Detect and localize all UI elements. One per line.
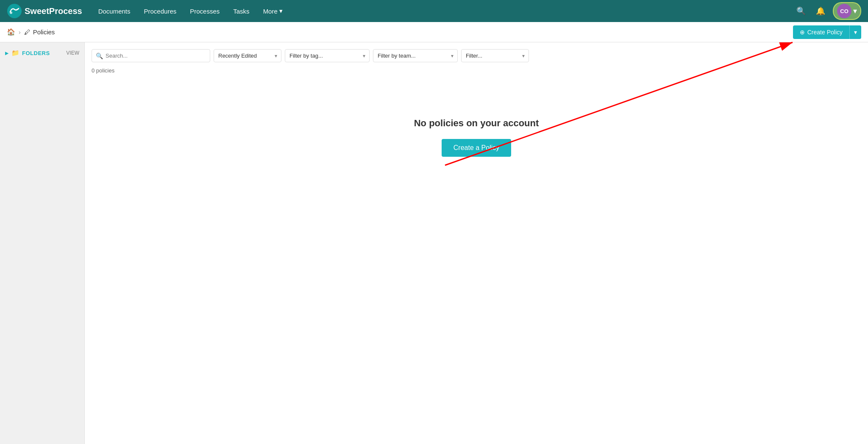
breadcrumb-current-page: 🖊 Policies	[24, 28, 55, 36]
folder-icon: 📁	[11, 49, 20, 57]
tag-filter-wrapper: Filter by tag...	[285, 49, 370, 62]
sidebar: ▶ 📁 FOLDERS VIEW	[0, 42, 85, 444]
user-dropdown-chevron: ▾	[853, 6, 857, 16]
team-filter-wrapper: Filter by team...	[373, 49, 458, 62]
nav-more[interactable]: More ▾	[257, 4, 289, 18]
notifications-button[interactable]: 🔔	[813, 4, 828, 18]
filter-bar: 🔍 Recently EditedAlphabeticalOldest Firs…	[92, 49, 861, 62]
create-policy-button[interactable]: ⊕ Create Policy	[793, 25, 849, 39]
brand-logo-area[interactable]: SweetProcess	[7, 3, 82, 19]
search-nav-button[interactable]: 🔍	[794, 4, 808, 18]
nav-processes[interactable]: Processes	[184, 4, 225, 18]
tag-filter-select[interactable]: Filter by tag...	[285, 49, 370, 62]
nav-right-area: 🔍 🔔 CO ▾	[794, 2, 861, 20]
nav-documents[interactable]: Documents	[92, 4, 136, 18]
nav-tasks[interactable]: Tasks	[227, 4, 255, 18]
home-icon[interactable]: 🏠	[7, 28, 15, 36]
breadcrumb: 🏠 › 🖊 Policies	[7, 28, 55, 36]
search-icon: 🔍	[796, 6, 806, 16]
folders-label: FOLDERS	[22, 50, 50, 56]
folders-toggle[interactable]: ▶ 📁 FOLDERS	[5, 49, 50, 57]
create-policy-button-group: ⊕ Create Policy ▾	[793, 25, 861, 39]
breadcrumb-bar: 🏠 › 🖊 Policies ⊕ Create Policy ▾	[0, 22, 868, 42]
sidebar-view-label[interactable]: VIEW	[66, 50, 79, 56]
nav-links: Documents Procedures Processes Tasks Mor…	[92, 4, 794, 18]
sidebar-header: ▶ 📁 FOLDERS VIEW	[5, 49, 79, 57]
search-input[interactable]	[92, 49, 210, 62]
svg-point-0	[7, 4, 22, 18]
sort-select-wrapper: Recently EditedAlphabeticalOldest First	[214, 49, 281, 62]
empty-state-title: No policies on your account	[414, 118, 539, 129]
breadcrumb-separator: ›	[19, 29, 21, 36]
avatar: CO	[837, 4, 851, 18]
create-policy-dropdown-button[interactable]: ▾	[849, 25, 861, 39]
status-filter-wrapper: Filter...	[461, 49, 529, 62]
content-area: 🔍 Recently EditedAlphabeticalOldest Firs…	[85, 42, 868, 444]
status-filter-select[interactable]: Filter...	[461, 49, 529, 62]
main-layout: ▶ 📁 FOLDERS VIEW 🔍 Recently EditedAlphab…	[0, 42, 868, 444]
page-title: Policies	[33, 28, 55, 36]
policies-count: 0 policies	[92, 67, 861, 74]
brand-name: SweetProcess	[25, 6, 82, 16]
policies-icon: 🖊	[24, 28, 31, 36]
nav-procedures[interactable]: Procedures	[138, 4, 183, 18]
chevron-right-icon: ▶	[5, 51, 9, 56]
search-wrapper: 🔍	[92, 49, 210, 62]
svg-point-1	[10, 11, 12, 14]
search-icon: 🔍	[96, 53, 103, 59]
team-filter-select[interactable]: Filter by team...	[373, 49, 458, 62]
create-policy-center-button[interactable]: Create a Policy	[442, 139, 512, 157]
chevron-down-icon: ▾	[854, 29, 857, 36]
bell-icon: 🔔	[816, 6, 825, 16]
chevron-down-icon: ▾	[279, 7, 283, 15]
plus-icon: ⊕	[800, 29, 805, 36]
empty-state: No policies on your account Create a Pol…	[92, 84, 861, 191]
sort-select[interactable]: Recently EditedAlphabeticalOldest First	[214, 49, 281, 62]
user-menu-area[interactable]: CO ▾	[833, 2, 861, 20]
sweetprocess-logo-icon	[7, 3, 22, 19]
top-navbar: SweetProcess Documents Procedures Proces…	[0, 0, 868, 22]
